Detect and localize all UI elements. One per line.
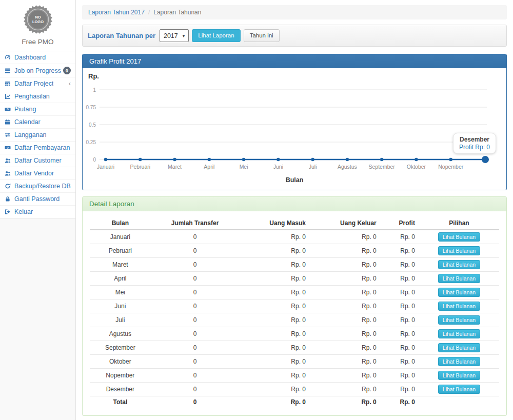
- sidebar-item-keluar[interactable]: Keluar: [0, 205, 75, 218]
- chart-point-januari[interactable]: [104, 158, 107, 161]
- sidebar-item-penghasilan[interactable]: Penghasilan: [0, 90, 75, 103]
- dashboard-icon: [5, 54, 12, 61]
- lihat-bulanan-button[interactable]: Lihat Bulanan: [438, 357, 480, 366]
- lihat-bulanan-button[interactable]: Lihat Bulanan: [438, 274, 480, 283]
- cell-pilihan: Lihat Bulanan: [419, 383, 499, 396]
- table-row: Juni0Rp. 0Rp. 0Rp. 0Lihat Bulanan: [90, 299, 499, 313]
- lihat-bulanan-button[interactable]: Lihat Bulanan: [438, 329, 480, 338]
- breadcrumb-separator: /: [148, 9, 150, 16]
- lihat-bulanan-button[interactable]: Lihat Bulanan: [438, 288, 480, 297]
- sidebar-item-dashboard[interactable]: Dashboard: [0, 51, 75, 64]
- sidebar-item-backup-restore-db[interactable]: Backup/Restore DB: [0, 179, 75, 192]
- sidebar-item-daftar-pembayaran[interactable]: Daftar Pembayaran: [0, 141, 75, 154]
- cell-uang-keluar: Rp. 0: [310, 230, 381, 244]
- chart-point-mei[interactable]: [242, 158, 245, 161]
- x-tick-label: April: [204, 164, 214, 170]
- chart-tooltip: Desember Profit Rp: 0: [453, 133, 496, 154]
- cell-jumlah-transfer: 0: [151, 299, 240, 313]
- cell-jumlah-transfer: 0: [151, 327, 240, 341]
- y-tick-label: 0.75: [86, 105, 96, 110]
- cell-jumlah-transfer: 0: [151, 369, 240, 383]
- lihat-bulanan-button[interactable]: Lihat Bulanan: [438, 385, 480, 394]
- chart-panel-title: Grafik Profit 2017: [83, 54, 506, 68]
- chart-point-desember[interactable]: [482, 156, 489, 163]
- lihat-bulanan-button[interactable]: Lihat Bulanan: [438, 371, 480, 380]
- lihat-bulanan-button[interactable]: Lihat Bulanan: [438, 315, 480, 325]
- sidebar-item-daftar-customer[interactable]: Daftar Customer: [0, 154, 75, 167]
- cell-uang-masuk: Rp. 0: [239, 327, 310, 341]
- lihat-bulanan-button[interactable]: Lihat Bulanan: [438, 302, 480, 311]
- cell-profit: Rp. 0: [381, 369, 419, 383]
- cell-jumlah-transfer: 0: [151, 383, 240, 396]
- year-select[interactable]: 2017: [160, 29, 189, 42]
- lihat-laporan-button[interactable]: Lihat Laporan: [192, 29, 240, 42]
- cell-pilihan: Lihat Bulanan: [419, 355, 499, 369]
- cell-profit: Rp. 0: [381, 258, 419, 272]
- chart-point-juli[interactable]: [311, 158, 314, 161]
- sidebar-item-ganti-password[interactable]: Ganti Password: [0, 192, 75, 205]
- cell-bulan: Juli: [90, 313, 151, 327]
- cell-jumlah-transfer: 0: [151, 313, 240, 327]
- total-uang-keluar: Rp. 0: [310, 396, 381, 409]
- table-total-row: Total0Rp. 0Rp. 0Rp. 0: [90, 396, 499, 409]
- sidebar-item-calendar[interactable]: Calendar: [0, 115, 75, 128]
- cell-pilihan: Lihat Bulanan: [419, 230, 499, 244]
- total-uang-masuk: Rp. 0: [239, 396, 310, 409]
- job-count-badge: 0: [63, 67, 71, 74]
- chart-point-oktober[interactable]: [415, 158, 418, 161]
- table-row: April0Rp. 0Rp. 0Rp. 0Lihat Bulanan: [90, 272, 499, 286]
- sidebar-item-label: Calendar: [14, 118, 41, 126]
- tahun-ini-button[interactable]: Tahun ini: [244, 29, 280, 42]
- sidebar-item-label: Langganan: [14, 131, 47, 138]
- table-row: Agustus0Rp. 0Rp. 0Rp. 0Lihat Bulanan: [90, 327, 499, 341]
- line-chart-icon: [5, 93, 12, 99]
- tooltip-month: Desember: [459, 136, 490, 143]
- column-header-pilihan: Pilihan: [419, 217, 499, 230]
- detail-panel-title: Detail Laporan: [83, 197, 506, 211]
- cell-jumlah-transfer: 0: [151, 230, 240, 244]
- report-table: BulanJumlah TransferUang MasukUang Kelua…: [90, 217, 499, 408]
- chart-point-april[interactable]: [208, 158, 211, 161]
- report-table-container: BulanJumlah TransferUang MasukUang Kelua…: [83, 211, 506, 415]
- sidebar-item-label: Backup/Restore DB: [14, 183, 71, 190]
- breadcrumb: Laporan Tahun 2017/Laporan Tahunan: [82, 5, 507, 19]
- sidebar-item-daftar-vendor[interactable]: Daftar Vendor: [0, 167, 75, 179]
- cell-uang-masuk: Rp. 0: [239, 313, 310, 327]
- lihat-bulanan-button[interactable]: Lihat Bulanan: [438, 343, 480, 352]
- chart-point-maret[interactable]: [173, 158, 176, 161]
- y-tick-label: 0: [93, 157, 96, 163]
- sidebar-item-langganan[interactable]: Langganan: [0, 128, 75, 141]
- chart-point-agustus[interactable]: [346, 158, 349, 161]
- cell-jumlah-transfer: 0: [151, 286, 240, 299]
- chart-point-juni[interactable]: [277, 158, 280, 161]
- content-area: Laporan Tahun 2017/Laporan Tahunan Lapor…: [76, 0, 513, 420]
- cell-pilihan: Lihat Bulanan: [419, 286, 499, 299]
- sidebar-item-job-on-progress[interactable]: Job on Progress0: [0, 64, 75, 77]
- cell-jumlah-transfer: 0: [151, 244, 240, 258]
- chart-point-september[interactable]: [380, 158, 383, 161]
- chart-point-nopember[interactable]: [449, 158, 452, 161]
- x-tick-label: Mei: [240, 164, 248, 170]
- cell-uang-keluar: Rp. 0: [310, 244, 381, 258]
- cell-uang-keluar: Rp. 0: [310, 272, 381, 286]
- breadcrumb-link-laporan-tahun[interactable]: Laporan Tahun 2017: [88, 9, 145, 16]
- sidebar-item-piutang[interactable]: Piutang: [0, 103, 75, 115]
- sidebar-item-daftar-project[interactable]: Daftar Project‹: [0, 77, 75, 90]
- chart-point-pebruari[interactable]: [139, 158, 142, 161]
- retweet-icon: [5, 132, 12, 138]
- lihat-bulanan-button[interactable]: Lihat Bulanan: [438, 260, 480, 269]
- sidebar-item-label: Piutang: [14, 106, 36, 113]
- cell-profit: Rp. 0: [381, 341, 419, 355]
- cell-pilihan: Lihat Bulanan: [419, 341, 499, 355]
- sidebar-item-label: Daftar Pembayaran: [14, 144, 70, 151]
- sign-out-icon: [5, 209, 12, 215]
- lihat-bulanan-button[interactable]: Lihat Bulanan: [438, 246, 480, 255]
- tooltip-value: Profit Rp: 0: [459, 144, 490, 151]
- table-header-row: BulanJumlah TransferUang MasukUang Kelua…: [90, 217, 499, 230]
- filter-label: Laporan Tahunan per: [88, 32, 155, 39]
- total-profit: Rp. 0: [381, 396, 419, 409]
- lihat-bulanan-button[interactable]: Lihat Bulanan: [438, 232, 480, 242]
- total-pilihan-empty: [419, 396, 499, 409]
- cell-bulan: Agustus: [90, 327, 151, 341]
- users-icon: [5, 170, 12, 176]
